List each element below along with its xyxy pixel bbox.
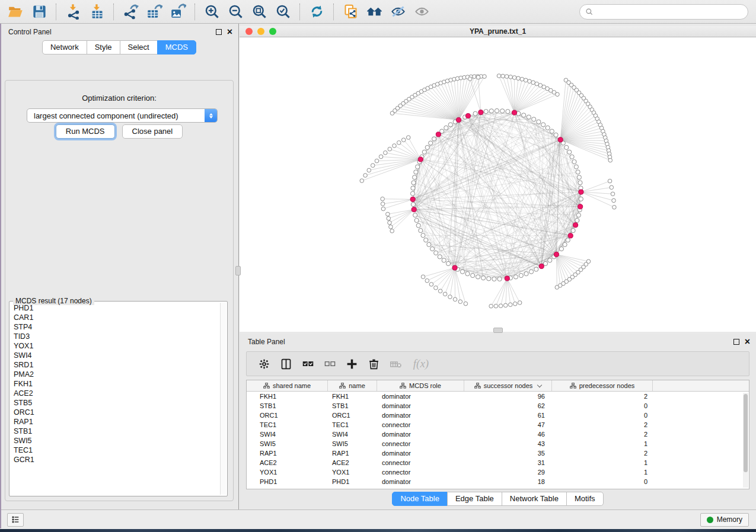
result-list-item[interactable]: SWI4 bbox=[11, 351, 219, 360]
ring-node[interactable] bbox=[489, 109, 493, 113]
tab-node-table[interactable]: Node Table bbox=[392, 492, 448, 506]
leaf-node[interactable] bbox=[611, 192, 615, 196]
task-history-button[interactable] bbox=[7, 513, 24, 527]
leaf-node[interactable] bbox=[516, 76, 521, 81]
tab-edge-table[interactable]: Edge Table bbox=[447, 492, 502, 506]
dominator-node[interactable] bbox=[554, 252, 559, 257]
result-list-scrollbar[interactable] bbox=[220, 303, 226, 495]
leaf-node[interactable] bbox=[458, 300, 462, 304]
deselect-all-checkboxes-button[interactable] bbox=[321, 355, 339, 373]
leaf-node[interactable] bbox=[367, 168, 371, 172]
ring-node[interactable] bbox=[576, 213, 580, 217]
ring-node[interactable] bbox=[413, 175, 417, 180]
ring-node[interactable] bbox=[416, 165, 420, 169]
ring-node[interactable] bbox=[424, 238, 428, 242]
import-network-button[interactable] bbox=[61, 2, 85, 22]
tab-style[interactable]: Style bbox=[87, 40, 120, 55]
result-list-item[interactable]: CAR1 bbox=[11, 313, 219, 322]
ring-node[interactable] bbox=[513, 275, 518, 279]
ring-node[interactable] bbox=[532, 117, 536, 121]
settings-gear-button[interactable] bbox=[255, 355, 273, 373]
leaf-node[interactable] bbox=[381, 207, 385, 211]
ring-node[interactable] bbox=[563, 242, 567, 246]
leaf-node[interactable] bbox=[388, 221, 392, 225]
ring-node[interactable] bbox=[495, 108, 499, 113]
table-row[interactable]: RAP1RAP1dominator352 bbox=[247, 448, 743, 458]
float-panel-icon[interactable] bbox=[216, 29, 222, 35]
column-header-shared-name[interactable]: shared name bbox=[247, 380, 328, 391]
network-canvas[interactable] bbox=[240, 37, 756, 332]
ring-node[interactable] bbox=[429, 141, 433, 145]
zoom-selected-button[interactable] bbox=[271, 2, 295, 22]
table-row[interactable]: YOX1YOX1connector291 bbox=[247, 467, 743, 477]
table-row[interactable]: TEC1TEC1connector472 bbox=[247, 420, 743, 430]
leaf-node[interactable] bbox=[508, 303, 512, 307]
ring-node[interactable] bbox=[412, 181, 416, 185]
dominator-node[interactable] bbox=[410, 197, 415, 201]
leaf-node[interactable] bbox=[390, 229, 394, 233]
ring-node[interactable] bbox=[578, 181, 582, 185]
leaf-node[interactable] bbox=[513, 302, 517, 306]
tab-motifs[interactable]: Motifs bbox=[566, 492, 604, 506]
leaf-node[interactable] bbox=[505, 75, 509, 79]
leaf-node[interactable] bbox=[613, 206, 617, 210]
result-list-item[interactable]: STB1 bbox=[11, 427, 219, 436]
dominator-node[interactable] bbox=[512, 110, 516, 115]
ring-node[interactable] bbox=[497, 277, 502, 281]
column-header-MCDS-role[interactable]: MCDS role bbox=[377, 380, 464, 391]
ring-node[interactable] bbox=[460, 270, 464, 274]
ring-node[interactable] bbox=[481, 276, 486, 280]
ring-node[interactable] bbox=[434, 251, 438, 255]
leaf-node[interactable] bbox=[389, 225, 393, 229]
ring-node[interactable] bbox=[438, 255, 442, 259]
save-session-button[interactable] bbox=[27, 2, 51, 22]
result-list-item[interactable]: PHD1 bbox=[11, 303, 219, 313]
ring-node[interactable] bbox=[574, 165, 578, 169]
leaf-node[interactable] bbox=[612, 198, 616, 203]
run-mcds-button[interactable]: Run MCDS bbox=[56, 124, 115, 139]
result-list-item[interactable]: STB5 bbox=[11, 398, 219, 408]
ring-node[interactable] bbox=[541, 123, 546, 127]
leaf-node[interactable] bbox=[520, 77, 524, 81]
result-list-item[interactable]: SRD1 bbox=[11, 360, 219, 370]
memory-button[interactable]: Memory bbox=[700, 513, 749, 527]
zoom-in-button[interactable] bbox=[200, 2, 224, 22]
ring-node[interactable] bbox=[527, 115, 531, 119]
ring-node[interactable] bbox=[430, 246, 434, 251]
dominator-node[interactable] bbox=[558, 137, 563, 142]
result-list-item[interactable]: SWI5 bbox=[11, 436, 219, 446]
ring-node[interactable] bbox=[411, 186, 415, 190]
result-list-item[interactable]: ACE2 bbox=[11, 389, 219, 398]
ring-node[interactable] bbox=[506, 110, 510, 114]
ring-node[interactable] bbox=[554, 133, 558, 137]
leaf-node[interactable] bbox=[384, 150, 388, 155]
ring-node[interactable] bbox=[442, 258, 446, 262]
ring-node[interactable] bbox=[414, 170, 418, 174]
ring-node[interactable] bbox=[414, 218, 419, 222]
ring-node[interactable] bbox=[576, 170, 580, 174]
ring-node[interactable] bbox=[422, 150, 426, 154]
leaf-node[interactable] bbox=[501, 74, 505, 78]
ring-node[interactable] bbox=[421, 233, 425, 238]
leaf-node[interactable] bbox=[379, 155, 383, 159]
leaf-node[interactable] bbox=[503, 303, 508, 307]
dominator-node[interactable] bbox=[579, 190, 583, 194]
leaf-node[interactable] bbox=[453, 297, 457, 302]
ring-node[interactable] bbox=[410, 191, 414, 196]
ring-node[interactable] bbox=[487, 277, 491, 281]
table-row[interactable]: SWI5SWI5connector431 bbox=[247, 439, 743, 448]
dominator-node[interactable] bbox=[479, 110, 483, 115]
table-row[interactable]: ACE2ACE2connector311 bbox=[247, 458, 743, 467]
leaf-node[interactable] bbox=[476, 75, 480, 79]
ring-node[interactable] bbox=[550, 129, 554, 133]
result-list-item[interactable]: TID3 bbox=[11, 332, 219, 341]
add-column-button[interactable] bbox=[343, 355, 361, 373]
ring-node[interactable] bbox=[529, 270, 533, 274]
leaf-node[interactable] bbox=[387, 216, 391, 220]
dominator-node[interactable] bbox=[452, 265, 457, 270]
result-list-item[interactable]: GCR1 bbox=[11, 455, 219, 464]
mcds-result-list[interactable]: PHD1CAR1STP4TID3YOX1SWI4SRD1PMA2FKH1ACE2… bbox=[11, 303, 219, 494]
leaf-node[interactable] bbox=[388, 147, 392, 151]
ring-node[interactable] bbox=[427, 242, 431, 246]
leaf-node[interactable] bbox=[528, 79, 532, 84]
